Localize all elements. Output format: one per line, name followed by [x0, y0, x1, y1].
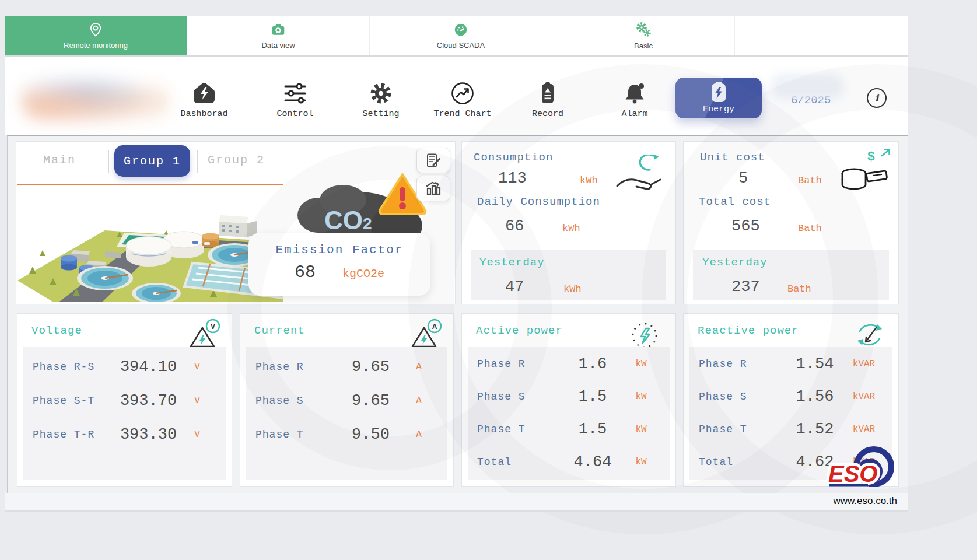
tab-divider: [108, 150, 109, 173]
current-table: Phase R 9.65 A Phase S 9.65 A Phase T 9.…: [246, 346, 447, 480]
gears-icon: [635, 22, 652, 38]
energy-saving-hand-icon: [614, 155, 664, 192]
nav-item-record[interactable]: Record: [512, 80, 584, 119]
table-row-total: Total 4.64 kW: [468, 446, 670, 478]
camera-icon: [271, 22, 286, 37]
info-button[interactable]: i: [867, 88, 887, 108]
yesterday-value: 237: [731, 278, 760, 296]
emission-factor-card: Emission Factor 68 kgCO2e: [248, 233, 430, 296]
consumption-panel: Consumption 113 kWh Daily Consumption 66…: [461, 141, 676, 304]
info-icon: i: [875, 92, 878, 104]
nav-label: Trend Chart: [422, 109, 503, 119]
voltage-panel: Voltage V Phase R-S 394.10 V Phase S-T 3…: [17, 313, 232, 487]
emission-value: 68: [295, 262, 316, 282]
consumption-title: Consumption: [474, 151, 553, 164]
tab-cloud-scada[interactable]: Cloud SCADA: [370, 16, 552, 55]
yesterday-unit: kWh: [563, 284, 582, 295]
plant-illustration: [17, 186, 283, 302]
table-row: Phase T 9.50 A: [246, 418, 447, 452]
nav-label: Energy: [703, 104, 734, 114]
cost-panel: Unit cost $ 5 Bath Total cost 565 Bath Y…: [683, 141, 899, 304]
daily-consumption-unit: kWh: [562, 223, 580, 234]
website-url[interactable]: www.eso.co.th: [833, 495, 897, 507]
tab-label: Data view: [261, 41, 295, 50]
main-content: Main Group 1 Group 2: [7, 135, 908, 495]
yesterday-label: Yesterday: [479, 256, 545, 269]
daily-consumption-label: Daily Consumption: [477, 195, 600, 208]
svg-text:ESO: ESO: [828, 461, 877, 487]
yesterday-unit: Bath: [787, 284, 811, 295]
report-button[interactable]: [416, 148, 450, 173]
nav-label: Dashborad: [168, 109, 240, 119]
tab-group-1-active[interactable]: Group 1: [114, 145, 190, 177]
clipboard-edit-icon: [426, 153, 441, 168]
top-tab-bar: Remote monitoring Data view Cloud SCADA: [5, 16, 908, 57]
nav-label: Alarm: [598, 109, 671, 119]
nav-label: Record: [512, 109, 584, 119]
current-title: Current: [254, 324, 305, 337]
location-pin-icon: [88, 22, 103, 37]
consumption-value: 113: [498, 170, 527, 187]
total-cost-label: Total cost: [699, 195, 771, 208]
nav-bar: Dashborad Control Setting Trend Chart: [5, 57, 908, 135]
nav-item-alarm[interactable]: Alarm: [598, 80, 671, 119]
tab-remote-monitoring[interactable]: Remote monitoring: [5, 16, 187, 55]
tab-group-2[interactable]: Group 2: [208, 153, 265, 167]
table-row: Phase R 9.65 A: [246, 350, 447, 384]
consumption-unit: kWh: [580, 175, 598, 186]
total-cost-value: 565: [731, 218, 760, 235]
eso-logo: ESO ESO: [827, 442, 896, 495]
current-panel: Current A Phase R 9.65 A Phase S 9.65 A …: [240, 313, 454, 487]
money-coins-icon: [839, 146, 892, 193]
voltage-title: Voltage: [31, 324, 82, 337]
table-row: Phase S 1.5 kW: [468, 380, 670, 413]
tab-label: Remote monitoring: [64, 41, 128, 50]
active-power-title: Active power: [476, 324, 563, 337]
bell-icon: [622, 81, 647, 106]
company-logo-blurred: [21, 76, 170, 123]
nav-item-dashboard[interactable]: Dashborad: [168, 80, 240, 119]
table-row: Phase T 1.52 kVAR: [689, 413, 892, 446]
home-bolt-icon: [192, 81, 216, 106]
svg-text:A: A: [432, 323, 437, 331]
trend-circle-icon: [450, 81, 475, 106]
nav-item-setting[interactable]: Setting: [345, 80, 417, 119]
table-row: Phase T 1.5 kW: [468, 413, 670, 446]
tab-label: Cloud SCADA: [437, 41, 485, 50]
statistics-button[interactable]: [416, 176, 450, 201]
emission-title: Emission Factor: [248, 243, 430, 257]
tab-label: Basic: [634, 41, 653, 50]
table-row: Phase T-R 393.30 V: [23, 418, 226, 452]
footer-bar: www.eso.co.th: [5, 493, 908, 512]
unit-cost-value: 5: [738, 170, 748, 187]
date-blur-overlay: [770, 73, 845, 100]
yesterday-section: Yesterday 237 Bath: [693, 250, 889, 300]
total-cost-unit: Bath: [798, 223, 822, 234]
tab-underline: [17, 184, 283, 185]
sliders-icon: [283, 82, 307, 105]
nav-item-energy-active[interactable]: Energy: [675, 78, 762, 118]
tab-basic[interactable]: Basic: [552, 16, 735, 55]
voltage-table: Phase R-S 394.10 V Phase S-T 393.70 V Ph…: [23, 346, 226, 480]
yesterday-label: Yesterday: [702, 256, 768, 269]
reactive-power-title: Reactive power: [698, 324, 799, 337]
battery-bolt-icon: [710, 82, 727, 103]
svg-text:V: V: [211, 323, 215, 331]
record-icon: [536, 81, 559, 106]
yesterday-section: Yesterday 47 kWh: [471, 250, 666, 300]
overview-panel: Main Group 1 Group 2: [16, 141, 456, 304]
unit-cost-unit: Bath: [798, 175, 822, 186]
tab-divider: [197, 150, 198, 173]
active-power-table: Phase R 1.6 kW Phase S 1.5 kW Phase T 1.…: [468, 346, 670, 480]
tab-data-view[interactable]: Data view: [187, 16, 370, 55]
nav-item-trend-chart[interactable]: Trend Chart: [422, 80, 503, 119]
table-row: Phase S 9.65 A: [246, 384, 447, 418]
nav-label: Setting: [345, 109, 417, 119]
nav-item-control[interactable]: Control: [259, 80, 331, 119]
gear-icon: [369, 82, 393, 105]
table-row: Phase R 1.6 kW: [468, 348, 670, 380]
active-power-panel: Active power Phase R 1.6 kW Phase S 1.5 …: [461, 313, 676, 487]
daily-consumption-value: 66: [505, 218, 524, 235]
nav-label: Control: [259, 109, 331, 119]
tab-main[interactable]: Main: [43, 153, 76, 167]
